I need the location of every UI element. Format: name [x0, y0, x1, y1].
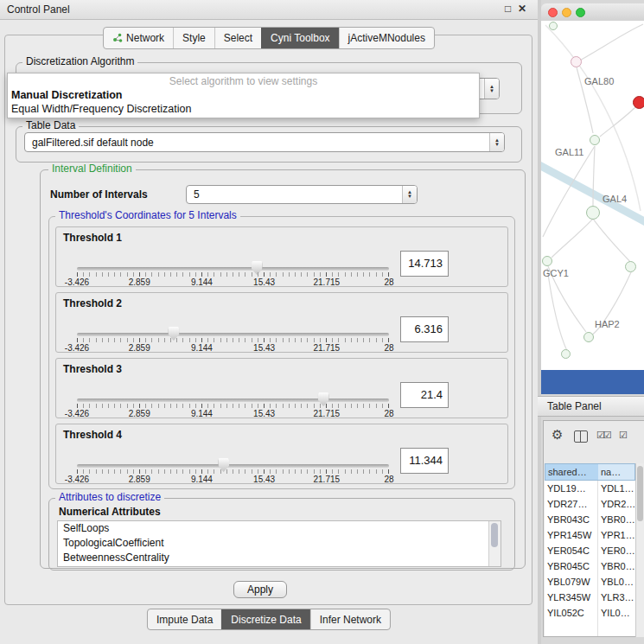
minimize-button[interactable] [562, 8, 571, 17]
scale-label: 9.144 [191, 277, 213, 287]
scale-label: -3.426 [65, 475, 89, 484]
column-header-shared-name[interactable]: shared… [545, 463, 599, 481]
arrow-down-icon: ▼ [407, 194, 412, 199]
network-node[interactable] [542, 256, 552, 266]
list-item[interactable]: BetweennessCentrality [58, 551, 501, 565]
tab-label: jActiveMNodules [348, 29, 425, 48]
threshold-label: Threshold 3 [63, 363, 122, 375]
threshold-slider[interactable] [77, 267, 389, 271]
network-canvas[interactable]: GAL80 GAL11 GAL4 GCY1 HAP2 [541, 21, 644, 370]
scale-label: 28 [384, 475, 393, 484]
scale-label: 9.144 [191, 409, 213, 418]
slider-scale: -3.426 2.859 9.144 15.43 21.715 28 [77, 277, 389, 287]
threshold-value-field[interactable]: 6.316 [400, 316, 449, 342]
cell-shared-name: YBR043C [545, 512, 598, 527]
scrollbar-thumb[interactable] [637, 466, 643, 521]
cell-name: YBL0… [598, 574, 635, 590]
zoom-button[interactable] [576, 8, 585, 17]
network-node[interactable] [561, 349, 571, 359]
cell-shared-name: YER054C [545, 543, 598, 558]
network-node[interactable] [586, 206, 600, 220]
network-node[interactable] [571, 56, 582, 67]
control-panel-tabs: Network Style Select Cyni Toolbox jActiv… [103, 27, 435, 49]
scale-label: 9.144 [191, 343, 213, 353]
popup-option-equal-width[interactable]: Equal Width/Frequency Discretization [8, 102, 479, 116]
scale-label: 9.144 [191, 475, 213, 484]
cell-shared-name: YDR27… [545, 496, 598, 512]
scale-label: 2.859 [129, 409, 150, 418]
node-label: GCY1 [543, 268, 569, 278]
table-row[interactable]: YPR145W YPR1… [545, 527, 635, 543]
threshold-value-field[interactable]: 11.344 [400, 448, 449, 474]
cell-name: YPR1… [598, 527, 635, 543]
apply-button[interactable]: Apply [233, 581, 287, 598]
table-row-empty [545, 621, 635, 636]
cell-name: YDL1… [598, 481, 635, 496]
table-row[interactable]: YIL052C YIL0… [545, 605, 635, 621]
threshold-slider[interactable] [77, 333, 389, 336]
select-columns-icon[interactable]: ☑☑ [596, 430, 610, 441]
threshold-value-field[interactable]: 21.4 [400, 382, 449, 408]
threshold-slider[interactable] [77, 399, 389, 402]
scale-label: 2.859 [129, 343, 150, 353]
table-row[interactable]: YDL19… YDL1… [545, 481, 635, 496]
num-intervals-combobox[interactable]: 5 ▲ ▼ [186, 185, 418, 204]
table-row[interactable]: YLR345W YLR3… [545, 590, 635, 605]
list-scrollbar[interactable] [488, 521, 501, 566]
list-item[interactable]: TopologicalCoefficient [58, 536, 501, 551]
network-edges [541, 21, 644, 370]
list-item[interactable]: SelfLoops [58, 521, 501, 536]
network-window-frame [541, 370, 644, 394]
slider-scale: -3.426 2.859 9.144 15.43 21.715 28 [77, 475, 389, 484]
tab-jactivemnodules[interactable]: jActiveMNodules [339, 28, 434, 48]
column-view-icon[interactable] [574, 430, 588, 443]
close-button[interactable] [548, 8, 558, 17]
network-node[interactable] [549, 22, 558, 30]
gear-icon[interactable]: ⚙ [552, 427, 563, 443]
close-icon[interactable]: ✕ [518, 3, 526, 15]
column-header-name[interactable]: na… [598, 463, 635, 481]
table-row[interactable]: YBR045C YBR0… [545, 558, 635, 574]
network-node[interactable] [625, 261, 636, 272]
tab-impute-data[interactable]: Impute Data [148, 609, 221, 629]
tab-select[interactable]: Select [214, 28, 261, 48]
algorithm-dropdown-popup: Select algorithm to view settings Manual… [7, 73, 480, 118]
tab-infer-network[interactable]: Infer Network [310, 609, 390, 629]
slider-scale: -3.426 2.859 9.144 15.43 21.715 28 [77, 409, 389, 418]
combo-stepper-icon: ▲ ▼ [484, 79, 499, 99]
cell-shared-name: YDL19… [545, 481, 598, 496]
popup-placeholder: Select algorithm to view settings [8, 75, 479, 88]
table-row[interactable]: YER054C YER0… [545, 543, 635, 558]
table-data-combobox[interactable]: galFiltered.sif default node ▲ ▼ [24, 132, 505, 152]
scale-label: 28 [384, 409, 393, 418]
tab-cyni-toolbox[interactable]: Cyni Toolbox [261, 28, 338, 48]
table-panel-title: Table Panel [547, 400, 602, 412]
table-scrollbar[interactable] [635, 463, 644, 637]
threshold-value-field[interactable]: 14.713 [400, 251, 449, 277]
tab-network[interactable]: Network [104, 28, 173, 48]
table-row[interactable]: YBR043C YBR0… [545, 512, 635, 527]
panel-title: Control Panel [7, 3, 70, 16]
tab-label: Infer Network [320, 610, 381, 629]
arrow-down-icon: ▼ [489, 89, 494, 93]
scale-label: 2.859 [129, 277, 150, 287]
scrollbar-thumb[interactable] [491, 523, 498, 547]
combo-value: galFiltered.sif default node [25, 137, 489, 149]
popup-option-manual[interactable]: Manual Discretization [8, 88, 479, 102]
num-intervals-label: Number of Intervals [50, 188, 148, 201]
numerical-attributes-label: Numerical Attributes [59, 506, 161, 518]
tab-discretize-data[interactable]: Discretize Data [221, 609, 309, 629]
select-all-icon[interactable]: ☑ [619, 430, 628, 441]
threshold-slider[interactable] [77, 464, 389, 468]
tab-label: Select [224, 29, 252, 48]
scale-label: 15.43 [253, 409, 275, 418]
group-label: Attributes to discretize [55, 492, 164, 503]
network-node[interactable] [590, 135, 600, 145]
network-node[interactable] [583, 332, 594, 342]
scale-label: 28 [384, 277, 393, 287]
network-node-selected[interactable] [633, 96, 644, 109]
float-window-icon[interactable]: □ [505, 3, 511, 15]
tab-style[interactable]: Style [173, 28, 214, 48]
table-row[interactable]: YDR27… YDR2… [545, 496, 635, 512]
table-row[interactable]: YBL079W YBL0… [545, 574, 635, 590]
